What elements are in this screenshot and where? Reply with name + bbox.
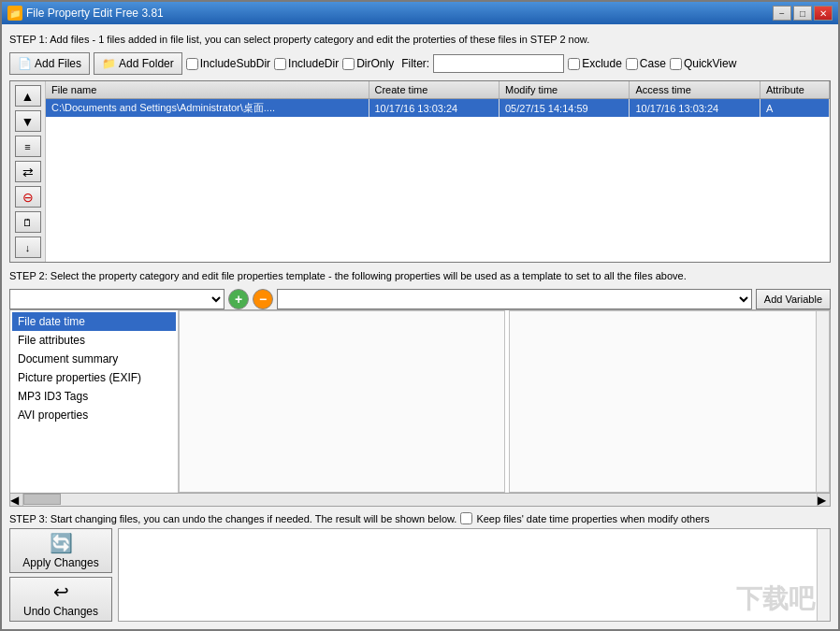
scroll-track: [23, 494, 817, 506]
undo-icon: ↩: [53, 581, 69, 603]
clear-button[interactable]: 🗒: [15, 211, 41, 233]
quickview-checkbox[interactable]: [670, 58, 682, 70]
col-accesstime: Access time: [630, 81, 760, 99]
dir-only-checkbox[interactable]: [342, 58, 355, 70]
step3-content: 🔄 Apply Changes ↩ Undo Changes 下载吧: [9, 528, 831, 622]
add-folder-button[interactable]: 📁 Add Folder: [94, 52, 182, 75]
keep-date-checkbox[interactable]: [460, 512, 472, 524]
step3-area: STEP 3: Start changing files, you can un…: [9, 512, 831, 622]
table-cell-attribute: A: [760, 99, 829, 118]
add-variable-button[interactable]: Add Variable: [756, 289, 831, 309]
include-dir-checkbox[interactable]: [274, 58, 286, 70]
category-file-datetime[interactable]: File date time: [12, 312, 176, 331]
preview-panel: [509, 310, 830, 493]
quickview-group: QuickView: [670, 57, 736, 70]
include-dir-group: IncludeDir: [274, 57, 339, 70]
table-cell-accessTime: 10/17/16 13:03:24: [630, 99, 760, 118]
move-up-button[interactable]: ▲: [15, 85, 41, 107]
case-checkbox[interactable]: [626, 58, 638, 70]
add-property-button[interactable]: +: [228, 289, 249, 309]
watermark: 下载吧: [736, 581, 815, 617]
preview-scrollbar[interactable]: [816, 311, 829, 492]
file-list-container: ▲ ▼ ≡ ⇄ ⊖ 🗒 ↓ File name Create time Modi…: [9, 80, 831, 263]
filter-label: Filter:: [401, 57, 429, 70]
step3-label: STEP 3: Start changing files, you can un…: [9, 512, 831, 524]
close-button[interactable]: ✕: [814, 6, 833, 21]
main-content: STEP 1: Add files - 1 files added in fil…: [2, 24, 838, 629]
exclude-checkbox[interactable]: [568, 58, 580, 70]
case-group: Case: [626, 57, 666, 70]
file-table-area: File name Create time Modify time Access…: [46, 81, 830, 262]
col-modifytime: Modify time: [499, 81, 629, 99]
include-subdir-checkbox[interactable]: [186, 58, 198, 70]
title-bar: 📁 File Property Edit Free 3.81 − □ ✕: [2, 2, 838, 24]
table-cell-createTime: 10/17/16 13:03:24: [369, 99, 499, 118]
category-picture-exif[interactable]: Picture properties (EXIF): [12, 368, 176, 387]
add-folder-icon: 📁: [102, 57, 116, 70]
minimize-button[interactable]: −: [773, 6, 791, 21]
step2-content: File date time File attributes Document …: [9, 309, 831, 494]
category-list: File date time File attributes Document …: [10, 310, 179, 493]
filter-group: Filter:: [401, 54, 564, 73]
table-cell-modifyTime: 05/27/15 14:14:59: [499, 99, 629, 118]
move-down-button[interactable]: ▼: [15, 110, 41, 132]
swap-button[interactable]: ⇄: [15, 161, 41, 182]
property-dropdown[interactable]: [9, 289, 224, 309]
quickview-label: QuickView: [684, 57, 736, 70]
step1-label: STEP 1: Add files - 1 files added in fil…: [9, 32, 831, 47]
result-scrollbar[interactable]: [817, 529, 830, 621]
window-title: File Property Edit Free 3.81: [26, 7, 164, 20]
load-button[interactable]: ↓: [15, 237, 41, 258]
result-panel: 下载吧: [118, 528, 831, 622]
case-label: Case: [640, 57, 666, 70]
side-buttons: ▲ ▼ ≡ ⇄ ⊖ 🗒 ↓: [10, 81, 46, 262]
undo-changes-button[interactable]: ↩ Undo Changes: [9, 577, 112, 622]
exclude-label: Exclude: [582, 57, 622, 70]
remove-property-button[interactable]: −: [253, 289, 273, 309]
add-files-button[interactable]: 📄 Add Files: [9, 52, 90, 75]
toolbar: 📄 Add Files 📁 Add Folder IncludeSubDir I…: [9, 52, 831, 75]
title-buttons: − □ ✕: [773, 6, 833, 21]
col-createtime: Create time: [369, 81, 499, 99]
apply-changes-button[interactable]: 🔄 Apply Changes: [9, 528, 112, 573]
variable-dropdown[interactable]: [277, 289, 752, 309]
maximize-button[interactable]: □: [793, 6, 812, 21]
col-attribute: Attribute: [760, 81, 829, 99]
table-row[interactable]: C:\Documents and Settings\Administrator\…: [46, 99, 830, 118]
table-cell-fileName: C:\Documents and Settings\Administrator\…: [46, 99, 369, 118]
file-table: File name Create time Modify time Access…: [46, 81, 830, 117]
include-subdir-group: IncludeSubDir: [186, 57, 270, 70]
apply-icon: 🔄: [50, 532, 73, 554]
category-avi[interactable]: AVI properties: [12, 406, 176, 424]
step2-area: + − Add Variable File date time File att…: [9, 289, 831, 507]
include-subdir-label: IncludeSubDir: [200, 57, 270, 70]
step2-scrollbar-row: ◀ ▶: [9, 494, 831, 507]
step2-label: STEP 2: Select the property category and…: [9, 268, 831, 283]
select-button[interactable]: ≡: [15, 136, 41, 157]
dir-only-label: DirOnly: [356, 57, 394, 70]
filter-input[interactable]: [433, 54, 564, 73]
category-mp3-id3[interactable]: MP3 ID3 Tags: [12, 387, 176, 406]
scroll-thumb[interactable]: [23, 494, 61, 505]
add-files-icon: 📄: [18, 57, 32, 70]
main-window: 📁 File Property Edit Free 3.81 − □ ✕ STE…: [0, 0, 840, 631]
editor-toolbar: + − Add Variable: [9, 289, 831, 309]
property-editor[interactable]: [179, 310, 505, 493]
editor-panel-row: [179, 310, 830, 493]
scroll-left-btn[interactable]: ◀: [10, 494, 23, 506]
scroll-right-btn[interactable]: ▶: [817, 494, 830, 506]
app-icon: 📁: [7, 6, 22, 21]
remove-button[interactable]: ⊖: [15, 186, 41, 208]
action-buttons: 🔄 Apply Changes ↩ Undo Changes: [9, 528, 112, 622]
dir-only-group: DirOnly: [342, 57, 394, 70]
category-document-summary[interactable]: Document summary: [12, 350, 176, 368]
col-filename: File name: [46, 81, 369, 99]
exclude-group: Exclude: [568, 57, 622, 70]
include-dir-label: IncludeDir: [288, 57, 339, 70]
category-file-attributes[interactable]: File attributes: [12, 331, 176, 350]
title-bar-left: 📁 File Property Edit Free 3.81: [7, 6, 164, 21]
